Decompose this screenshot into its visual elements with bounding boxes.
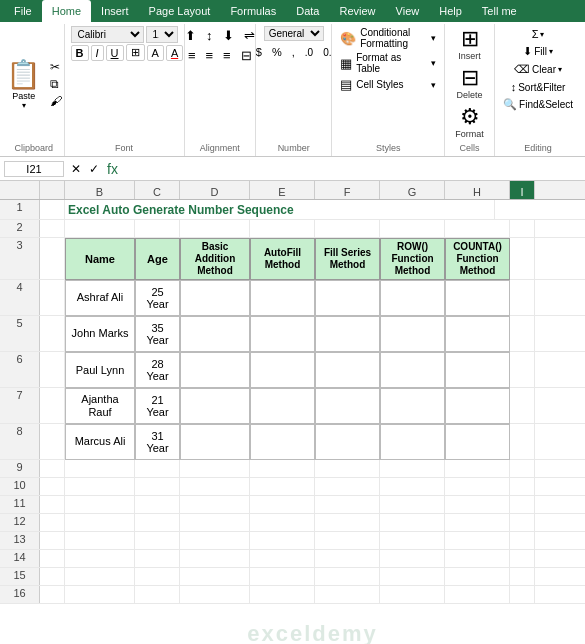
cell-b2[interactable] bbox=[65, 220, 135, 237]
cell-a1[interactable] bbox=[40, 200, 65, 219]
cell-g13[interactable] bbox=[380, 532, 445, 549]
fill-arrow[interactable]: ▾ bbox=[549, 47, 553, 56]
cell-e4[interactable] bbox=[250, 280, 315, 316]
align-right-button[interactable]: ≡ bbox=[219, 46, 235, 65]
align-center-button[interactable]: ≡ bbox=[202, 46, 218, 65]
cell-g6[interactable] bbox=[380, 352, 445, 388]
cell-e6[interactable] bbox=[250, 352, 315, 388]
cell-e16[interactable] bbox=[250, 586, 315, 603]
percent-button[interactable]: % bbox=[268, 44, 286, 60]
insert-cells-button[interactable]: ⊞ Insert bbox=[452, 26, 488, 63]
cell-f13[interactable] bbox=[315, 532, 380, 549]
cell-b1[interactable]: Excel Auto Generate Number Sequence bbox=[65, 200, 495, 219]
cell-a12[interactable] bbox=[40, 514, 65, 531]
cell-f3[interactable]: Fill Series Method bbox=[315, 238, 380, 280]
format-table-arrow[interactable]: ▾ bbox=[431, 58, 436, 68]
paste-button[interactable]: 📋 Paste ▾ bbox=[2, 56, 45, 112]
cell-f10[interactable] bbox=[315, 478, 380, 495]
cell-i2[interactable] bbox=[510, 220, 535, 237]
cell-c4[interactable]: 25 Year bbox=[135, 280, 180, 316]
cell-c6[interactable]: 28 Year bbox=[135, 352, 180, 388]
cell-i3[interactable] bbox=[510, 238, 535, 279]
cell-g11[interactable] bbox=[380, 496, 445, 513]
cell-d14[interactable] bbox=[180, 550, 250, 567]
cell-i9[interactable] bbox=[510, 460, 535, 477]
cell-f14[interactable] bbox=[315, 550, 380, 567]
cell-g10[interactable] bbox=[380, 478, 445, 495]
cell-c3[interactable]: Age bbox=[135, 238, 180, 280]
cell-a10[interactable] bbox=[40, 478, 65, 495]
decimal-increase-button[interactable]: .0 bbox=[301, 44, 317, 60]
cell-i15[interactable] bbox=[510, 568, 535, 585]
cell-h16[interactable] bbox=[445, 586, 510, 603]
cell-i7[interactable] bbox=[510, 388, 535, 423]
col-header-h[interactable]: H bbox=[445, 181, 510, 199]
cell-i10[interactable] bbox=[510, 478, 535, 495]
cell-f11[interactable] bbox=[315, 496, 380, 513]
col-header-d[interactable]: D bbox=[180, 181, 250, 199]
cell-d12[interactable] bbox=[180, 514, 250, 531]
cell-f12[interactable] bbox=[315, 514, 380, 531]
cell-g5[interactable] bbox=[380, 316, 445, 352]
underline-button[interactable]: U bbox=[106, 45, 124, 61]
cell-g14[interactable] bbox=[380, 550, 445, 567]
cell-i8[interactable] bbox=[510, 424, 535, 459]
cell-f7[interactable] bbox=[315, 388, 380, 424]
border-button[interactable]: ⊞ bbox=[126, 44, 145, 61]
cell-e11[interactable] bbox=[250, 496, 315, 513]
cell-a2[interactable] bbox=[40, 220, 65, 237]
cell-d13[interactable] bbox=[180, 532, 250, 549]
tab-page-layout[interactable]: Page Layout bbox=[139, 0, 221, 22]
tab-view[interactable]: View bbox=[386, 0, 430, 22]
cell-e7[interactable] bbox=[250, 388, 315, 424]
cell-b4[interactable]: Ashraf Ali bbox=[65, 280, 135, 316]
cell-e14[interactable] bbox=[250, 550, 315, 567]
cell-c9[interactable] bbox=[135, 460, 180, 477]
format-painter-button[interactable]: 🖌 bbox=[47, 93, 65, 109]
cell-f15[interactable] bbox=[315, 568, 380, 585]
cell-e10[interactable] bbox=[250, 478, 315, 495]
cell-i5[interactable] bbox=[510, 316, 535, 351]
align-left-button[interactable]: ≡ bbox=[184, 46, 200, 65]
conditional-formatting-button[interactable]: 🎨 Conditional Formatting ▾ bbox=[336, 26, 440, 50]
cell-b9[interactable] bbox=[65, 460, 135, 477]
font-size-select[interactable]: 11 bbox=[146, 26, 178, 43]
cell-c7[interactable]: 21 Year bbox=[135, 388, 180, 424]
cell-g9[interactable] bbox=[380, 460, 445, 477]
tab-formulas[interactable]: Formulas bbox=[220, 0, 286, 22]
col-header-a[interactable] bbox=[40, 181, 65, 199]
cell-b3[interactable]: Name bbox=[65, 238, 135, 280]
cell-i4[interactable] bbox=[510, 280, 535, 315]
cell-a9[interactable] bbox=[40, 460, 65, 477]
cell-a14[interactable] bbox=[40, 550, 65, 567]
col-header-e[interactable]: E bbox=[250, 181, 315, 199]
cell-b5[interactable]: John Marks bbox=[65, 316, 135, 352]
col-header-f[interactable]: F bbox=[315, 181, 380, 199]
format-cells-button[interactable]: ⚙ Format bbox=[451, 104, 488, 141]
function-button[interactable]: fx bbox=[104, 160, 121, 178]
cell-h9[interactable] bbox=[445, 460, 510, 477]
name-box[interactable] bbox=[4, 161, 64, 177]
cell-g2[interactable] bbox=[380, 220, 445, 237]
cell-i14[interactable] bbox=[510, 550, 535, 567]
paste-dropdown-icon[interactable]: ▾ bbox=[22, 101, 26, 110]
cell-h10[interactable] bbox=[445, 478, 510, 495]
autosum-arrow[interactable]: ▾ bbox=[540, 30, 544, 39]
col-header-b[interactable]: B bbox=[65, 181, 135, 199]
cell-c12[interactable] bbox=[135, 514, 180, 531]
cell-c8[interactable]: 31 Year bbox=[135, 424, 180, 460]
cell-d11[interactable] bbox=[180, 496, 250, 513]
cancel-button[interactable]: ✕ bbox=[68, 161, 84, 177]
sort-filter-button[interactable]: ↕ Sort&Filter bbox=[507, 79, 570, 95]
cell-f8[interactable] bbox=[315, 424, 380, 460]
cell-b6[interactable]: Paul Lynn bbox=[65, 352, 135, 388]
cell-i13[interactable] bbox=[510, 532, 535, 549]
cell-f6[interactable] bbox=[315, 352, 380, 388]
tab-insert[interactable]: Insert bbox=[91, 0, 139, 22]
cell-f5[interactable] bbox=[315, 316, 380, 352]
cell-f4[interactable] bbox=[315, 280, 380, 316]
cell-g12[interactable] bbox=[380, 514, 445, 531]
cell-d16[interactable] bbox=[180, 586, 250, 603]
tab-file[interactable]: File bbox=[4, 0, 42, 22]
cell-d2[interactable] bbox=[180, 220, 250, 237]
